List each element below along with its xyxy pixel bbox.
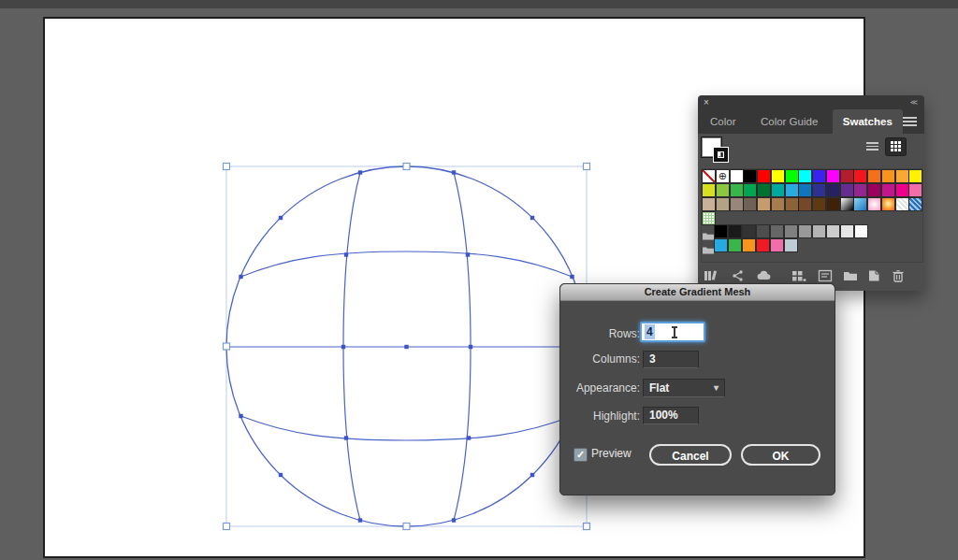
swatch[interactable] [868,184,880,196]
swatch[interactable] [799,184,811,196]
swatch[interactable] [882,170,894,182]
stroke-color-proxy[interactable] [714,148,728,162]
swatch[interactable] [744,184,756,196]
cancel-button[interactable]: Cancel [649,444,732,466]
swatch[interactable] [729,239,741,251]
columns-input[interactable]: 3 [643,351,699,368]
panel-flyout-menu-icon[interactable] [903,117,917,126]
color-group-folder-icon[interactable] [703,227,714,236]
swatch-pattern-green-grid[interactable] [703,212,715,224]
appearance-dropdown[interactable]: Flat ▾ [643,379,725,397]
swatch[interactable] [717,198,729,210]
swatch-pattern-blue[interactable] [909,198,922,210]
swatch[interactable] [854,184,866,196]
swatch[interactable] [715,239,727,251]
swatch[interactable] [799,198,811,210]
swatch-gradient-blue[interactable] [854,198,866,210]
swatch-Registration[interactable]: ⊕ [717,170,729,182]
swatch[interactable] [703,184,715,196]
collapse-panel-icon[interactable]: ≪ [910,95,917,109]
create-gradient-mesh-dialog: Create Gradient Mesh Rows: 4 Columns: 3 … [559,283,835,495]
swatch[interactable] [855,225,867,237]
swatch[interactable] [744,170,756,182]
delete-swatch-icon[interactable] [891,269,906,282]
grid-view-icon [886,138,906,155]
swatch[interactable] [909,184,922,196]
swatch[interactable] [813,170,825,182]
swatch-gradient-pink-fade[interactable] [868,198,880,210]
swatch[interactable] [896,184,908,196]
swatch[interactable] [799,225,811,237]
share-swatches-icon[interactable] [731,269,746,282]
swatch[interactable] [786,170,798,182]
swatch[interactable] [731,184,743,196]
swatch[interactable] [786,198,798,210]
swatch[interactable] [729,225,741,237]
show-swatch-kinds-icon[interactable] [791,269,806,282]
swatch[interactable] [827,170,839,182]
tab-color[interactable]: Color [700,109,746,134]
dialog-title-bar[interactable]: Create Gradient Mesh [560,284,835,301]
swatch[interactable] [841,225,853,237]
swatch[interactable] [799,170,811,182]
swatch[interactable] [785,225,797,237]
new-color-group-icon[interactable] [843,269,858,282]
swatch-gradient-orange-radial[interactable] [882,198,894,210]
tab-swatches[interactable]: Swatches [833,109,903,134]
swatch[interactable] [743,225,755,237]
swatches-panel-body: ⊕ [698,134,924,291]
swatch[interactable] [758,184,770,196]
swatch[interactable] [771,239,783,251]
swatch[interactable] [757,239,769,251]
swatch[interactable] [772,170,784,182]
chevron-down-icon: ▾ [714,380,718,396]
add-to-library-icon[interactable] [756,269,771,282]
swatch[interactable] [827,198,839,210]
swatch[interactable] [813,184,825,196]
swatch[interactable] [771,225,783,237]
swatch[interactable] [717,184,729,196]
preview-checkbox[interactable]: ✓ [573,448,588,462]
swatch[interactable] [841,170,853,182]
swatch[interactable] [786,184,798,196]
swatch-libraries-icon[interactable] [704,269,718,282]
swatch[interactable] [731,170,743,182]
swatch[interactable] [731,198,743,210]
highlight-input[interactable]: 100% [643,407,699,424]
swatch[interactable] [854,170,866,182]
swatch[interactable] [757,225,769,237]
swatch[interactable] [715,225,727,237]
grid-view-button[interactable] [886,138,906,155]
swatch[interactable] [703,198,715,210]
swatch[interactable] [882,184,894,196]
ok-button[interactable]: OK [741,444,820,466]
swatch-options-icon[interactable] [818,269,833,282]
swatch[interactable] [896,170,908,182]
swatch[interactable] [744,198,756,210]
swatch[interactable] [758,170,770,182]
rows-input[interactable]: 4 [640,322,705,342]
swatch[interactable] [785,239,797,251]
swatch[interactable] [841,184,853,196]
swatch-pattern-white[interactable] [896,198,908,210]
tab-color-guide[interactable]: Color Guide [750,109,828,134]
swatch-None[interactable] [703,170,715,182]
new-swatch-icon[interactable] [866,269,881,282]
swatch[interactable] [813,198,825,210]
swatch[interactable] [758,198,770,210]
list-view-button[interactable] [863,138,882,155]
swatch[interactable] [772,184,784,196]
swatch-gradient-black-white[interactable] [841,198,853,210]
columns-label: Columns: [560,352,640,366]
close-icon[interactable]: × [704,95,709,109]
panel-title-bar[interactable]: × ≪ [698,95,924,109]
swatch[interactable] [827,225,839,237]
swatch[interactable] [909,170,922,182]
preview-label: Preview [591,447,631,460]
swatch[interactable] [827,184,839,196]
swatch[interactable] [772,198,784,210]
color-group-folder-icon[interactable] [703,241,714,250]
swatch[interactable] [868,170,880,182]
swatch[interactable] [743,239,755,251]
swatch[interactable] [813,225,825,237]
